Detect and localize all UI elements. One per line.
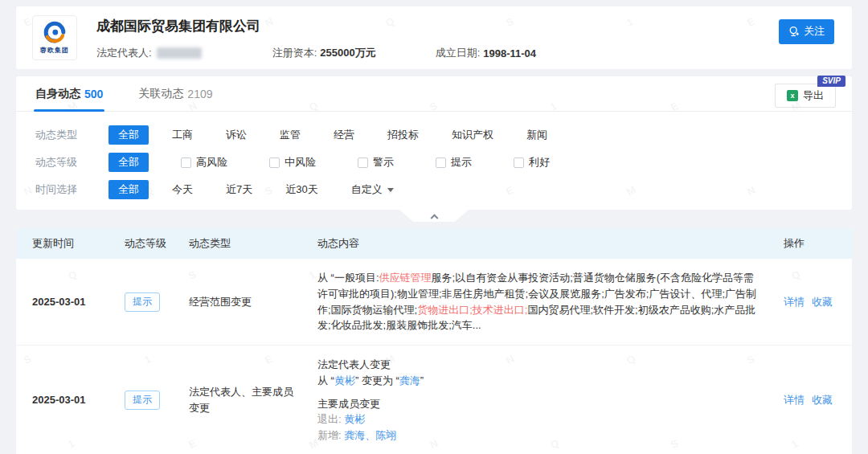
checkbox-unchecked[interactable]	[514, 157, 524, 168]
tab-related-dynamics[interactable]: 关联动态2109	[138, 76, 212, 112]
filter-option-label: 利好	[529, 155, 550, 170]
column-header-3: 动态内容	[317, 236, 784, 251]
content-text: 退出:	[317, 413, 344, 425]
reg-capital-value: 255000万元	[320, 46, 375, 60]
filter-label-type: 动态类型	[35, 128, 108, 142]
content-line: 法定代表人变更	[317, 357, 764, 373]
filter-option-level-4[interactable]: 提示	[426, 153, 481, 172]
entity-link[interactable]: 龚海	[399, 374, 420, 387]
entity-link[interactable]: 黄彬	[344, 413, 365, 425]
establish-date-value: 1998-11-04	[483, 47, 536, 59]
content-text: 从 “	[317, 374, 334, 387]
filter-option-label: 近30天	[285, 182, 317, 197]
filter-option-level-5[interactable]: 利好	[504, 153, 559, 172]
caret-down-icon	[387, 188, 394, 192]
filter-option-type-2[interactable]: 诉讼	[216, 125, 256, 145]
filter-option-label: 今天	[172, 182, 193, 197]
checkbox-unchecked[interactable]	[436, 157, 446, 168]
chevron-up-icon	[430, 214, 438, 222]
filter-option-level-2[interactable]: 中风险	[260, 153, 326, 172]
level-badge: 提示	[125, 391, 160, 410]
filter-option-label: 警示	[373, 155, 394, 170]
filters-section: 动态类型全部工商诉讼监管经营招投标知识产权新闻动态等级全部高风险中风险警示提示利…	[16, 112, 852, 208]
content-line: 从 “一般项目:供应链管理服务;以自有资金从事投资活动;普通货物仓储服务(不含危…	[317, 270, 764, 333]
reg-capital-label: 注册资本:	[272, 46, 317, 60]
entity-link[interactable]: 黄彬	[334, 374, 355, 387]
content-line: 主要成员变更	[317, 396, 764, 412]
table-row: 2025-03-01提示法定代表人、主要成员变更法定代表人变更从 “黄彬” 变更…	[16, 346, 852, 454]
filter-option-time-3[interactable]: 近30天	[276, 180, 327, 199]
filter-options-type: 全部工商诉讼监管经营招投标知识产权新闻	[108, 125, 571, 145]
row-update-time: 2025-03-01	[32, 394, 125, 406]
row-dynamic-content: 从 “一般项目:供应链管理服务;以自有资金从事投资活动;普通货物仓储服务(不含危…	[317, 259, 784, 345]
collapse-filters-handle[interactable]	[399, 210, 469, 222]
filter-options-time: 全部今天近7天近30天自定义	[108, 180, 417, 199]
checkbox-unchecked[interactable]	[269, 157, 280, 168]
row-dynamic-content: 法定代表人变更从 “黄彬” 变更为 “龚海”主要成员变更退出: 黄彬新增: 龚海…	[317, 346, 784, 454]
column-header-4: 操作	[784, 236, 836, 251]
tab-label: 关联动态	[138, 87, 183, 101]
dynamics-panel-card: 自身动态500关联动态2109 SVIP x 导出 动态类型全部工商诉讼监管经营…	[16, 76, 852, 210]
content-text: ” 变更为 “	[355, 374, 399, 387]
action-detail-link[interactable]: 详情	[784, 296, 805, 308]
highlight-text: 货物进出口;技术进出口;	[417, 304, 527, 316]
level-badge: 提示	[125, 292, 160, 312]
filter-option-type-4[interactable]: 经营	[324, 125, 364, 145]
filter-option-time-0[interactable]: 全部	[108, 180, 149, 199]
filter-label-time: 时间选择	[35, 182, 108, 197]
column-header-0: 更新时间	[32, 236, 125, 251]
filter-option-label: 工商	[172, 128, 193, 142]
filter-option-time-1[interactable]: 今天	[162, 180, 203, 199]
filter-option-label: 自定义	[351, 182, 383, 197]
action-favorite-link[interactable]: 收藏	[812, 394, 833, 406]
filter-row-time: 时间选择全部今天近7天近30天自定义	[35, 176, 833, 203]
dynamics-table-card: 更新时间动态等级动态类型动态内容操作 2025-03-01提示经营范围变更从 “…	[16, 228, 852, 454]
tabs-row: 自身动态500关联动态2109 SVIP x 导出	[16, 76, 852, 112]
filter-label-level: 动态等级	[35, 155, 108, 170]
filter-option-time-4[interactable]: 自定义	[342, 180, 403, 199]
filter-row-level: 动态等级全部高风险中风险警示提示利好	[35, 149, 833, 176]
filter-option-type-5[interactable]: 招投标	[378, 125, 428, 145]
filter-option-level-3[interactable]: 警示	[348, 153, 403, 172]
filter-option-label: 全部	[118, 182, 139, 197]
legal-rep-value-redacted	[157, 47, 202, 59]
excel-icon: x	[787, 90, 798, 101]
export-wrap: SVIP x 导出	[775, 84, 836, 108]
filter-option-time-2[interactable]: 近7天	[216, 180, 262, 199]
row-dynamic-type: 法定代表人、主要成员变更	[189, 384, 317, 415]
filter-option-label: 新闻	[526, 128, 547, 142]
content-text: ”	[420, 374, 424, 387]
filter-option-level-0[interactable]: 全部	[108, 153, 149, 172]
table-row: 2025-03-01提示经营范围变更从 “一般项目:供应链管理服务;以自有资金从…	[16, 259, 852, 346]
filter-option-type-0[interactable]: 全部	[108, 125, 149, 145]
row-actions: 详情收藏	[784, 393, 840, 407]
filter-option-type-1[interactable]: 工商	[162, 125, 203, 145]
filter-option-label: 知识产权	[452, 128, 493, 142]
filter-option-label: 监管	[280, 128, 301, 142]
filter-option-type-3[interactable]: 监管	[270, 125, 310, 145]
entity-link[interactable]: 龚海、陈翊	[344, 429, 396, 441]
establish-date-label: 成立日期:	[436, 46, 481, 60]
content-text: 法定代表人变更	[317, 358, 391, 370]
action-detail-link[interactable]: 详情	[784, 394, 805, 406]
action-favorite-link[interactable]: 收藏	[812, 296, 833, 308]
filter-option-label: 招投标	[387, 128, 419, 142]
filter-option-level-1[interactable]: 高风险	[171, 153, 237, 172]
filter-option-label: 全部	[118, 128, 139, 142]
legal-rep-label: 法定代表人:	[96, 46, 152, 60]
filter-option-type-7[interactable]: 新闻	[517, 125, 557, 145]
content-line	[317, 389, 764, 396]
export-button[interactable]: x 导出	[775, 84, 836, 108]
filter-option-label: 高风险	[196, 155, 227, 170]
follow-button[interactable]: 关注	[779, 19, 834, 44]
monitor-plus-icon	[788, 26, 800, 37]
content-line: 新增: 龚海、陈翊	[317, 427, 764, 444]
svip-badge: SVIP	[817, 76, 845, 87]
checkbox-unchecked[interactable]	[181, 157, 191, 168]
table-header-row: 更新时间动态等级动态类型动态内容操作	[16, 228, 852, 259]
company-name: 成都国际贸易集团有限公司	[96, 17, 836, 35]
filter-option-label: 经营	[334, 128, 354, 142]
filter-option-type-6[interactable]: 知识产权	[442, 125, 503, 145]
checkbox-unchecked[interactable]	[358, 157, 368, 168]
tab-self-dynamics[interactable]: 自身动态500	[35, 76, 103, 112]
